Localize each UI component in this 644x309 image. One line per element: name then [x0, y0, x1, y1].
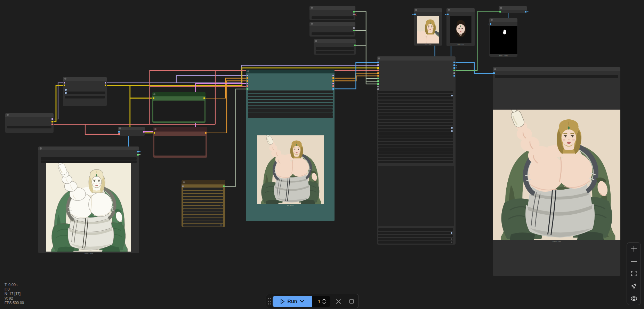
output-socket-model[interactable] [332, 75, 334, 77]
widget-row[interactable] [248, 115, 333, 118]
widget-row[interactable] [378, 132, 453, 135]
widget-row[interactable] [183, 197, 223, 199]
widget-row[interactable] [248, 90, 333, 93]
widget-bar[interactable] [7, 126, 51, 129]
collapse-box-icon[interactable] [448, 9, 450, 10]
collapse-box-icon[interactable] [7, 114, 8, 116]
node-title-bar[interactable] [153, 127, 207, 132]
clip-text-encode-negative-node[interactable] [153, 127, 207, 158]
collapse-box-icon[interactable] [311, 23, 313, 24]
input-socket-image[interactable] [493, 72, 495, 74]
preview-image-node-a[interactable]: 413 × 531 [414, 8, 442, 46]
output-socket-image[interactable] [525, 11, 526, 13]
widget-row[interactable] [378, 238, 453, 240]
widget-toggle-dot[interactable] [451, 238, 452, 240]
node-title-bar[interactable] [414, 8, 442, 12]
collapse-box-icon[interactable] [40, 148, 41, 149]
input-socket-model[interactable] [247, 75, 248, 77]
visibility-button[interactable] [630, 294, 638, 303]
widget-row[interactable] [183, 203, 223, 205]
clip-text-encode-positive-node[interactable] [152, 92, 206, 123]
widget-row[interactable] [378, 129, 453, 132]
widget-row[interactable] [378, 161, 453, 164]
input-socket-image[interactable] [447, 14, 449, 15]
collapse-box-icon[interactable] [248, 71, 249, 72]
node-title-bar[interactable] [152, 92, 206, 97]
input-socket-image[interactable] [377, 62, 379, 63]
input-socket-cond[interactable] [377, 72, 379, 74]
primitive-node-1[interactable] [309, 6, 355, 20]
widget-bar[interactable] [41, 157, 137, 160]
widget-bar[interactable] [312, 16, 354, 19]
input-socket-cond[interactable] [247, 80, 248, 82]
widget-row[interactable] [378, 94, 453, 96]
ksampler-node[interactable]: 481 × 512 [246, 70, 335, 221]
widget-row[interactable] [378, 158, 453, 160]
output-socket-clip[interactable] [51, 121, 53, 122]
output-socket-green[interactable] [353, 11, 355, 13]
input-socket-image[interactable] [118, 131, 120, 133]
output-socket-gray[interactable] [353, 14, 355, 15]
widget-bar[interactable] [316, 47, 354, 50]
widget-row[interactable] [378, 113, 453, 116]
widget-bar[interactable] [316, 51, 354, 54]
node-title-bar[interactable] [493, 67, 620, 71]
input-socket-vae[interactable] [118, 133, 120, 135]
widget-row[interactable] [248, 103, 333, 105]
collapse-box-icon[interactable] [154, 94, 155, 95]
primitive-node-2[interactable] [309, 22, 355, 37]
widget-bar[interactable] [312, 32, 354, 35]
collapse-box-icon[interactable] [494, 69, 496, 70]
widget-row[interactable] [378, 142, 453, 144]
node-title-bar[interactable] [38, 146, 139, 150]
output-socket-image[interactable] [453, 75, 455, 77]
collapse-box-icon[interactable] [119, 128, 121, 129]
collapse-box-icon[interactable] [416, 9, 417, 10]
widget-row[interactable] [248, 97, 333, 99]
output-socket-cond[interactable] [205, 132, 207, 134]
widget-toggle-dot[interactable] [65, 92, 67, 94]
widget-row[interactable] [378, 120, 453, 122]
output-socket-image[interactable] [332, 88, 334, 90]
widget-row[interactable] [378, 104, 453, 106]
node-title-bar[interactable] [309, 6, 355, 10]
text-widget[interactable] [378, 166, 454, 227]
input-socket-vae[interactable] [247, 85, 248, 87]
output-socket-image[interactable] [137, 151, 139, 153]
output-socket-image[interactable] [453, 64, 455, 66]
widget-row[interactable] [183, 215, 223, 217]
widget-toggle-dot[interactable] [65, 89, 67, 91]
widget-row[interactable] [183, 191, 223, 193]
zoom-out-button[interactable] [630, 257, 638, 266]
widget-row[interactable] [378, 235, 453, 237]
output-socket-model[interactable] [105, 82, 106, 84]
input-socket-clip[interactable] [153, 97, 154, 99]
collapse-box-icon[interactable] [65, 78, 66, 79]
stop-button[interactable] [347, 297, 356, 306]
widget-row[interactable] [378, 91, 453, 93]
widget-row[interactable] [248, 94, 333, 96]
node-title-bar[interactable] [63, 77, 107, 81]
widget-toggle-dot[interactable] [451, 127, 453, 129]
text-widget[interactable] [153, 101, 204, 121]
collapse-box-icon[interactable] [183, 182, 185, 183]
navigate-button[interactable] [630, 282, 638, 290]
fit-view-button[interactable] [630, 269, 638, 278]
widget-row[interactable] [183, 218, 223, 221]
collapse-box-icon[interactable] [491, 19, 492, 21]
widget-row[interactable] [378, 154, 453, 157]
lora-stack-node[interactable] [182, 180, 225, 227]
widget-toggle-dot[interactable] [451, 232, 452, 234]
input-socket-vae[interactable] [377, 70, 379, 71]
node-title-bar[interactable] [499, 6, 527, 10]
mask-preview-node[interactable]: 1280 × 1286 [489, 18, 517, 57]
output-socket-gray[interactable] [353, 27, 355, 29]
zoom-in-button[interactable] [630, 245, 638, 253]
input-socket-mask[interactable] [377, 78, 379, 79]
widget-bar[interactable] [495, 75, 618, 78]
input-socket-mask[interactable] [377, 83, 379, 85]
output-socket-latent[interactable] [332, 83, 334, 85]
widget-row[interactable] [378, 110, 453, 112]
node-title-bar[interactable] [489, 18, 517, 22]
widget-row[interactable] [183, 224, 223, 227]
